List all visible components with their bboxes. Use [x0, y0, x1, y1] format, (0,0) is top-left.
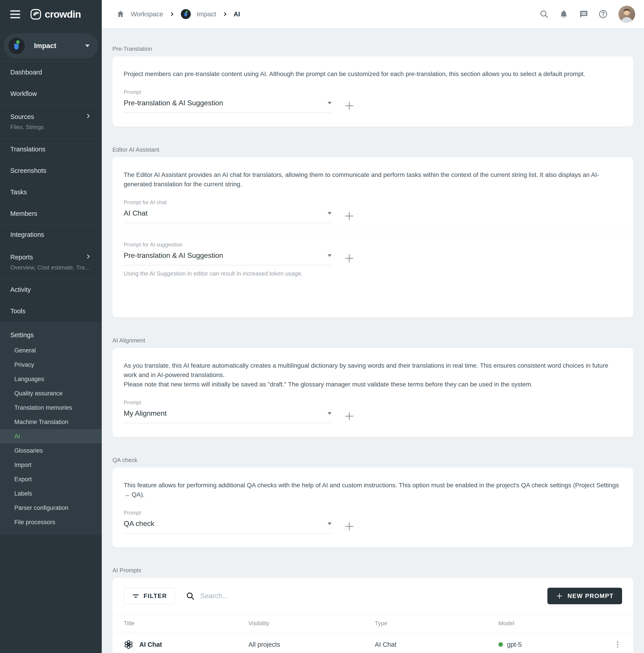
- project-avatar: [8, 37, 25, 54]
- section-description: The Editor AI Assistant provides an AI c…: [124, 170, 622, 189]
- sidebar-header: crowdin: [0, 0, 102, 28]
- help-icon[interactable]: [598, 9, 608, 19]
- add-prompt-button[interactable]: [344, 521, 354, 532]
- table-row[interactable]: AI Chat All projects AI Chat gpt-5: [113, 632, 633, 653]
- chevron-down-icon: [328, 212, 331, 215]
- chevron-right-icon: [85, 253, 92, 261]
- sidebar-item-integrations[interactable]: Integrations: [0, 224, 102, 245]
- menu-icon[interactable]: [10, 10, 20, 18]
- sidebar-item-export[interactable]: Export: [0, 472, 102, 486]
- sidebar-settings-section: Settings General Privacy Languages Quali…: [0, 322, 102, 535]
- crowdin-logo[interactable]: crowdin: [30, 8, 81, 20]
- chevron-right-icon: [169, 11, 175, 17]
- openai-icon: [124, 639, 133, 649]
- plus-icon: [556, 592, 563, 600]
- search-icon[interactable]: [539, 9, 549, 19]
- section-description-note: Please note that new terms will initiall…: [124, 380, 622, 389]
- sidebar-item-activity[interactable]: Activity: [0, 279, 102, 300]
- sidebar-item-languages[interactable]: Languages: [0, 372, 102, 386]
- breadcrumb-workspace[interactable]: Workspace: [131, 10, 163, 18]
- ai-prompts-card: FILTER NEW PROMPT Title Visibility Type …: [113, 578, 633, 653]
- sidebar-item-import[interactable]: Import: [0, 458, 102, 472]
- add-prompt-button[interactable]: [344, 411, 354, 421]
- prompt-visibility-cell: All projects: [248, 641, 375, 648]
- sidebar-item-dashboard[interactable]: Dashboard: [0, 62, 102, 83]
- sidebar-item-tools[interactable]: Tools: [0, 300, 102, 322]
- page-content: Pre-Translation Project members can pre-…: [102, 28, 644, 653]
- chat-icon[interactable]: [579, 9, 588, 19]
- table-header: Title Visibility Type Model: [113, 614, 633, 632]
- chevron-down-icon: [328, 412, 331, 415]
- sidebar-item-screenshots[interactable]: Screenshots: [0, 160, 102, 182]
- prompt-type-cell: AI Chat: [375, 641, 498, 648]
- prompt-field-label: Prompt: [124, 400, 622, 406]
- bell-icon[interactable]: [559, 9, 568, 19]
- sidebar-item-subtitle: Overview, Cost estimate, Transl...: [10, 264, 92, 271]
- project-selector-label: Impact: [34, 42, 56, 50]
- sidebar-item-privacy[interactable]: Privacy: [0, 358, 102, 372]
- sidebar-item-parser-configuration[interactable]: Parser configuration: [0, 501, 102, 515]
- sidebar-item-settings[interactable]: Settings: [0, 327, 102, 343]
- sidebar-item-file-processors[interactable]: File processors: [0, 515, 102, 529]
- model-status-dot: [498, 642, 503, 647]
- sidebar-item-tasks[interactable]: Tasks: [0, 182, 102, 203]
- token-usage-hint: Using the AI Suggestion in editor can re…: [124, 270, 622, 277]
- project-selector[interactable]: Impact: [4, 33, 98, 58]
- sidebar-item-ai[interactable]: AI: [0, 429, 102, 443]
- prompt-field-label: Prompt for AI chat: [124, 199, 622, 205]
- section-label-ai-alignment: AI Alignment: [113, 337, 633, 344]
- prompt-field-label: Prompt for AI suggestion: [124, 242, 622, 248]
- column-title: Title: [124, 620, 248, 627]
- sidebar-item-quality-assurance[interactable]: Quality assurance: [0, 386, 102, 401]
- add-prompt-button[interactable]: [344, 211, 354, 221]
- sidebar-item-sources[interactable]: Sources Files, Strings: [0, 104, 102, 139]
- column-visibility: Visibility: [248, 620, 375, 627]
- sidebar-item-members[interactable]: Members: [0, 203, 102, 224]
- brand-name: crowdin: [45, 9, 81, 20]
- alignment-prompt-select[interactable]: My Alignment: [124, 409, 331, 423]
- section-label-editor-ai-assistant: Editor AI Assistant: [113, 146, 633, 153]
- add-prompt-button[interactable]: [344, 253, 354, 263]
- sidebar-item-workflow[interactable]: Workflow: [0, 83, 102, 104]
- chevron-right-icon: [222, 11, 228, 17]
- column-type: Type: [375, 620, 498, 627]
- chevron-down-icon: [85, 45, 90, 47]
- home-icon[interactable]: [116, 9, 125, 19]
- section-description: This feature allows for performing addit…: [124, 481, 622, 499]
- ai-suggestion-prompt-select[interactable]: Pre-translation & AI Suggestion: [124, 251, 331, 265]
- prompt-model-cell: gpt-5: [498, 641, 612, 648]
- add-prompt-button[interactable]: [344, 101, 354, 111]
- ai-chat-prompt-select[interactable]: AI Chat: [124, 209, 331, 223]
- section-label-qa-check: QA check: [113, 457, 633, 464]
- breadcrumb-project-avatar: [181, 9, 191, 19]
- sidebar: crowdin Impact Dashboard Workflow Source…: [0, 0, 102, 653]
- prompts-search: [186, 591, 539, 601]
- section-label-ai-prompts: AI Prompts: [113, 567, 633, 574]
- sidebar-item-reports[interactable]: Reports Overview, Cost estimate, Transl.…: [0, 245, 102, 279]
- column-model: Model: [498, 620, 612, 627]
- breadcrumb-project[interactable]: Impact: [197, 10, 216, 18]
- sidebar-item-translation-memories[interactable]: Translation memories: [0, 401, 102, 415]
- sidebar-item-machine-translation[interactable]: Machine Translation: [0, 415, 102, 429]
- section-label-pre-translation: Pre-Translation: [113, 45, 633, 52]
- new-prompt-button[interactable]: NEW PROMPT: [547, 588, 622, 604]
- topbar: Workspace Impact AI: [102, 0, 644, 28]
- pre-translation-prompt-select[interactable]: Pre-translation & AI Suggestion: [124, 99, 331, 113]
- ai-alignment-card: As you translate, this AI feature automa…: [113, 348, 633, 437]
- sidebar-item-glossaries[interactable]: Glossaries: [0, 443, 102, 458]
- card-divider: [113, 232, 633, 232]
- sidebar-nav: Dashboard Workflow Sources Files, String…: [0, 62, 102, 322]
- sidebar-item-subtitle: Files, Strings: [10, 124, 92, 130]
- prompt-field-label: Prompt: [124, 510, 622, 516]
- sidebar-item-labels[interactable]: Labels: [0, 486, 102, 501]
- row-menu-icon[interactable]: [613, 640, 622, 649]
- user-avatar[interactable]: [618, 5, 636, 23]
- qa-check-prompt-select[interactable]: QA check: [124, 519, 331, 533]
- chevron-down-icon: [328, 102, 331, 104]
- filter-button[interactable]: FILTER: [124, 588, 175, 604]
- sidebar-item-translations[interactable]: Translations: [0, 139, 102, 160]
- search-input[interactable]: [200, 592, 539, 600]
- sidebar-item-general[interactable]: General: [0, 343, 102, 358]
- breadcrumb: Workspace Impact AI: [116, 9, 240, 19]
- chevron-down-icon: [328, 523, 331, 525]
